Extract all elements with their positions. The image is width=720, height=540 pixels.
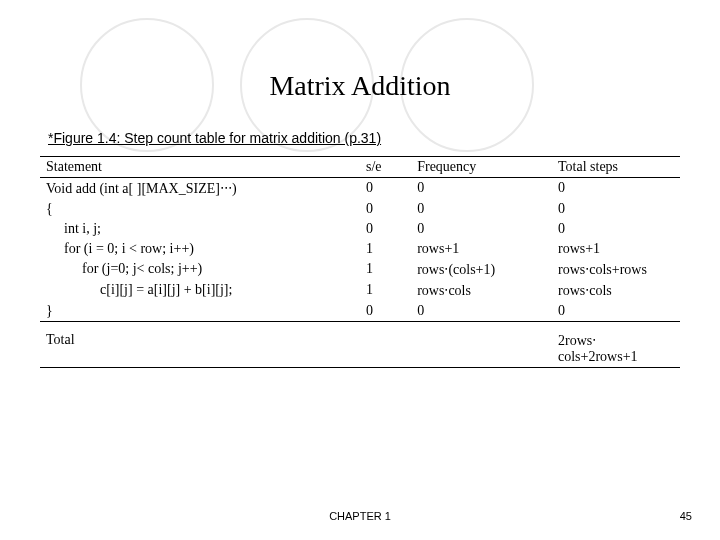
footer-chapter: CHAPTER 1 <box>0 510 720 522</box>
stmt-cell: Void add (int a[ ][MAX_SIZE]‧‧‧) <box>46 181 237 196</box>
col-header-total: Total steps <box>552 157 680 178</box>
table-row: } 0 0 0 <box>40 301 680 322</box>
stmt-cell: int i, j; <box>46 221 101 237</box>
freq-cell: rows‧cols <box>411 280 552 301</box>
sc-cell: 1 <box>360 280 411 301</box>
total-cell: 0 <box>552 301 680 322</box>
total-label: Total <box>40 322 360 368</box>
col-header-statement: Statement <box>40 157 360 178</box>
stmt-cell: for (j=0; j< cols; j++) <box>46 261 202 277</box>
freq-cell: 0 <box>411 199 552 219</box>
stmt-cell: } <box>46 303 53 318</box>
sc-cell: 0 <box>360 301 411 322</box>
table-row: Void add (int a[ ][MAX_SIZE]‧‧‧) 0 0 0 <box>40 178 680 200</box>
sc-cell: 1 <box>360 259 411 280</box>
figure-caption: *Figure 1.4: Step count table for matrix… <box>48 130 720 146</box>
total-cell: rows‧cols <box>552 280 680 301</box>
freq-cell: rows‧(cols+1) <box>411 259 552 280</box>
sc-cell: 0 <box>360 178 411 200</box>
table-total-row: Total 2rows‧cols+2rows+1 <box>40 322 680 368</box>
table-row: int i, j; 0 0 0 <box>40 219 680 239</box>
total-cell: rows‧cols+rows <box>552 259 680 280</box>
stmt-cell: for (i = 0; i < row; i++) <box>46 241 194 257</box>
total-cell: 0 <box>552 199 680 219</box>
sc-cell: 0 <box>360 219 411 239</box>
col-header-frequency: Frequency <box>411 157 552 178</box>
total-cell: 0 <box>552 178 680 200</box>
freq-cell: 0 <box>411 178 552 200</box>
sc-cell: 0 <box>360 199 411 219</box>
total-value: 2rows‧cols+2rows+1 <box>552 322 680 368</box>
step-count-table: Statement s/e Frequency Total steps Void… <box>40 156 680 368</box>
freq-cell: 0 <box>411 301 552 322</box>
table-row: for (j=0; j< cols; j++) 1 rows‧(cols+1) … <box>40 259 680 280</box>
col-header-sc: s/e <box>360 157 411 178</box>
stmt-cell: c[i][j] = a[i][j] + b[i][j]; <box>46 282 232 298</box>
stmt-cell: { <box>46 201 53 216</box>
freq-cell: rows+1 <box>411 239 552 259</box>
total-cell: rows+1 <box>552 239 680 259</box>
table-row: for (i = 0; i < row; i++) 1 rows+1 rows+… <box>40 239 680 259</box>
freq-cell: 0 <box>411 219 552 239</box>
page-title: Matrix Addition <box>0 70 720 102</box>
table-row: c[i][j] = a[i][j] + b[i][j]; 1 rows‧cols… <box>40 280 680 301</box>
sc-cell: 1 <box>360 239 411 259</box>
table-row: { 0 0 0 <box>40 199 680 219</box>
total-cell: 0 <box>552 219 680 239</box>
footer-page-number: 45 <box>680 510 692 522</box>
